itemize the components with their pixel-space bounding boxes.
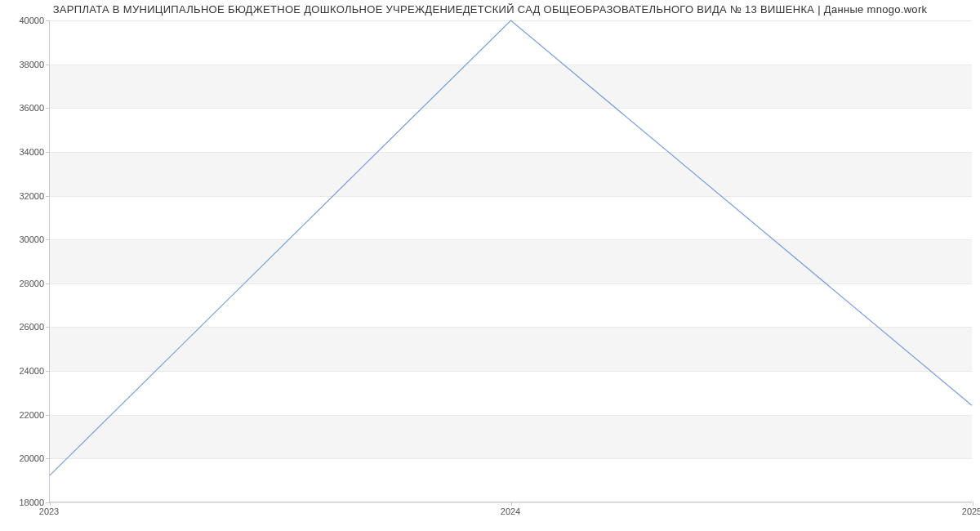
y-tick-label: 38000 (3, 60, 44, 69)
y-tick-mark (46, 327, 50, 328)
y-tick-label: 30000 (3, 234, 44, 244)
line-series-layer (50, 20, 972, 502)
y-tick-label: 20000 (3, 453, 44, 463)
y-tick-label: 22000 (3, 410, 44, 420)
y-tick-label: 40000 (3, 16, 44, 25)
y-tick-label: 18000 (3, 498, 44, 507)
x-tick-label: 2025 (962, 506, 980, 516)
x-tick-label: 2024 (501, 506, 520, 516)
x-tick-mark (973, 502, 973, 506)
y-tick-mark (46, 415, 50, 416)
y-tick-label: 36000 (3, 103, 44, 113)
chart-title: ЗАРПЛАТА В МУНИЦИПАЛЬНОЕ БЮДЖЕТНОЕ ДОШКО… (0, 3, 980, 16)
plot-area (49, 20, 972, 502)
x-tick-mark (50, 502, 51, 506)
x-tick-label: 2023 (39, 506, 59, 516)
y-tick-mark (46, 20, 50, 21)
y-tick-mark (46, 65, 50, 65)
chart-container: ЗАРПЛАТА В МУНИЦИПАЛЬНОЕ БЮДЖЕТНОЕ ДОШКО… (0, 0, 980, 531)
series-line (50, 20, 972, 475)
y-tick-mark (46, 371, 50, 372)
y-tick-label: 32000 (3, 191, 44, 201)
x-tick-mark (511, 502, 512, 506)
y-tick-label: 28000 (3, 279, 44, 288)
y-tick-mark (46, 239, 50, 240)
y-tick-mark (46, 458, 50, 459)
y-tick-mark (46, 108, 50, 109)
y-tick-label: 26000 (3, 322, 44, 332)
y-tick-label: 24000 (3, 366, 44, 376)
y-tick-mark (46, 196, 50, 197)
y-tick-mark (46, 283, 50, 284)
y-tick-mark (46, 152, 50, 153)
y-tick-label: 34000 (3, 147, 44, 157)
